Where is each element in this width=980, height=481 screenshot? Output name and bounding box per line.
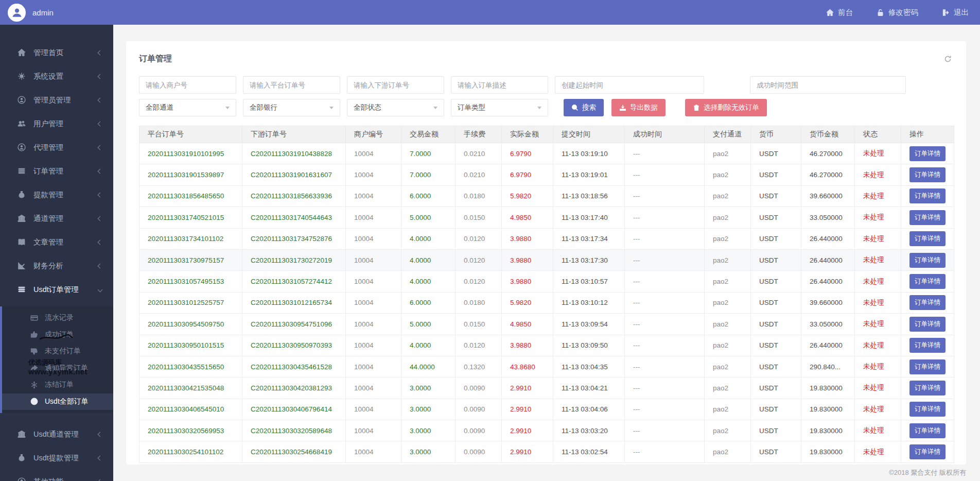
order-detail-button[interactable]: 订单详情 (909, 167, 946, 182)
cell-fee: 0.0090 (456, 441, 502, 462)
change-password-link[interactable]: 修改密码 (877, 8, 918, 18)
order-detail-button[interactable]: 订单详情 (909, 274, 946, 289)
sidebar-subitem[interactable]: 成功订单 (2, 327, 113, 343)
logout-link[interactable]: 退出 (942, 8, 969, 18)
column-header: 交易金额 (401, 126, 456, 143)
cell-status: 未处理 (855, 207, 901, 228)
table-row: 20201113030435515650C2020111303043546152… (139, 356, 954, 377)
delete-invalid-orders-button[interactable]: 选择删除无效订单 (685, 99, 767, 116)
cell-actual: 2.9910 (502, 399, 553, 420)
search-button[interactable]: 搜索 (564, 99, 604, 116)
order-detail-button[interactable]: 订单详情 (909, 444, 946, 459)
cell-fee: 0.0090 (456, 420, 502, 441)
channel-select[interactable]: 全部通道 (139, 99, 236, 116)
downstream-order-no-input[interactable] (347, 76, 444, 94)
cell-platform: 20201113031730975157 (139, 249, 242, 270)
user-circle-icon (17, 96, 26, 105)
sidebar-subitem[interactable]: 通知异常订单 (2, 360, 113, 377)
merchant-no-input[interactable] (139, 76, 236, 94)
order-detail-button[interactable]: 订单详情 (909, 317, 946, 332)
trash-icon (693, 104, 700, 111)
sidebar-item[interactable]: 财务分析 (0, 254, 113, 278)
delete-invalid-orders-label: 选择删除无效订单 (704, 103, 759, 112)
bank-select[interactable]: 全部银行 (243, 99, 340, 116)
cell-status: 未处理 (855, 164, 901, 185)
sidebar-item[interactable]: Usdt订单管理 (0, 278, 113, 301)
chevron-left-icon (98, 168, 103, 174)
sidebar-item[interactable]: 管理员管理 (0, 88, 113, 112)
sidebar-item[interactable]: 系统设置 (0, 64, 113, 88)
sidebar-item-label: 财务分析 (33, 261, 98, 271)
order-type-select[interactable]: 订单类型 (451, 99, 548, 116)
order-detail-button[interactable]: 订单详情 (909, 188, 946, 203)
cell-channel: pao2 (705, 207, 751, 228)
cell-actual: 2.9910 (502, 377, 553, 399)
cell-fee: 0.0090 (456, 399, 502, 420)
sidebar-item[interactable]: 其他功能 (0, 470, 113, 481)
sidebar-subitem[interactable]: 冻结订单 (2, 376, 113, 393)
unlock-icon (877, 9, 884, 16)
cell-submit-time: 11-13 03:17:34 (553, 228, 625, 249)
cell-status: 未处理 (855, 420, 901, 441)
order-detail-button[interactable]: 订单详情 (909, 381, 946, 396)
sidebar-item-label: 系统设置 (33, 72, 98, 81)
cell-fee: 0.1320 (456, 356, 502, 377)
export-button[interactable]: 导出数据 (611, 99, 666, 116)
frontend-label: 前台 (838, 8, 853, 18)
frontend-link[interactable]: 前台 (826, 8, 853, 18)
cell-downstream: C20201113030406796414 (242, 399, 346, 420)
sidebar-item[interactable]: 文章管理 (0, 230, 113, 254)
sidebar-item[interactable]: 管理首页 (0, 41, 113, 64)
sidebar-item[interactable]: Usdt通道管理 (0, 422, 113, 446)
order-detail-button[interactable]: 订单详情 (909, 253, 946, 268)
page-title: 订单管理 (139, 54, 172, 64)
order-detail-button[interactable]: 订单详情 (909, 210, 946, 225)
cell-success-time: --- (625, 335, 705, 356)
order-detail-button[interactable]: 订单详情 (909, 359, 946, 374)
user-circle-icon (17, 477, 26, 481)
sidebar-subitem-label: Usdt全部订单 (45, 397, 89, 406)
filter-row-inputs (139, 76, 954, 94)
cell-channel: pao2 (705, 249, 751, 270)
cell-submit-time: 11-13 03:10:57 (553, 271, 625, 292)
platform-order-no-input[interactable] (243, 76, 340, 94)
cell-success-time: --- (625, 143, 705, 164)
avatar[interactable] (8, 4, 26, 22)
sidebar-subitem[interactable]: Usdt全部订单 (2, 393, 113, 410)
sidebar-item[interactable]: 订单管理 (0, 159, 113, 183)
order-detail-button[interactable]: 订单详情 (909, 146, 946, 161)
sidebar-item[interactable]: 提款管理 (0, 183, 113, 207)
refresh-icon[interactable] (944, 55, 952, 63)
cell-currency-amount: 26.440000 (801, 249, 855, 270)
sidebar-subitem[interactable]: 未支付订单 (2, 343, 113, 360)
chevron-left-icon (98, 239, 103, 245)
order-detail-button[interactable]: 订单详情 (909, 295, 946, 310)
cell-action: 订单详情 (901, 399, 954, 420)
table-row: 20201113030254101102C2020111303025466841… (139, 441, 954, 462)
order-detail-button[interactable]: 订单详情 (909, 402, 946, 417)
cell-actual: 43.8680 (502, 356, 553, 377)
status-select[interactable]: 全部状态 (347, 99, 444, 116)
success-time-input[interactable] (750, 76, 906, 94)
sidebar-subitem[interactable]: 流水记录 (2, 310, 113, 327)
sidebar-item[interactable]: 代理管理 (0, 135, 113, 159)
cell-channel: pao2 (705, 185, 751, 207)
cell-merchant: 10004 (346, 271, 401, 292)
column-header: 状态 (855, 126, 901, 143)
order-detail-button[interactable]: 订单详情 (909, 423, 946, 438)
cell-amount: 4.0000 (401, 228, 456, 249)
order-detail-button[interactable]: 订单详情 (909, 231, 946, 246)
cell-merchant: 10004 (346, 356, 401, 377)
table-row: 20201113031910101995C2020111303191043882… (139, 143, 954, 164)
cell-currency: USDT (751, 249, 801, 270)
sidebar-subitem-label: 冻结订单 (45, 380, 74, 389)
sidebar-item[interactable]: Usdt提款管理 (0, 446, 113, 470)
cell-merchant: 10004 (346, 207, 401, 228)
sidebar-item[interactable]: 用户管理 (0, 112, 113, 135)
sidebar-item[interactable]: 通道管理 (0, 207, 113, 230)
chevron-left-icon (98, 121, 103, 126)
create-time-input[interactable] (555, 76, 704, 94)
cell-merchant: 10004 (346, 420, 401, 441)
order-desc-input[interactable] (451, 76, 548, 94)
order-detail-button[interactable]: 订单详情 (909, 338, 946, 353)
